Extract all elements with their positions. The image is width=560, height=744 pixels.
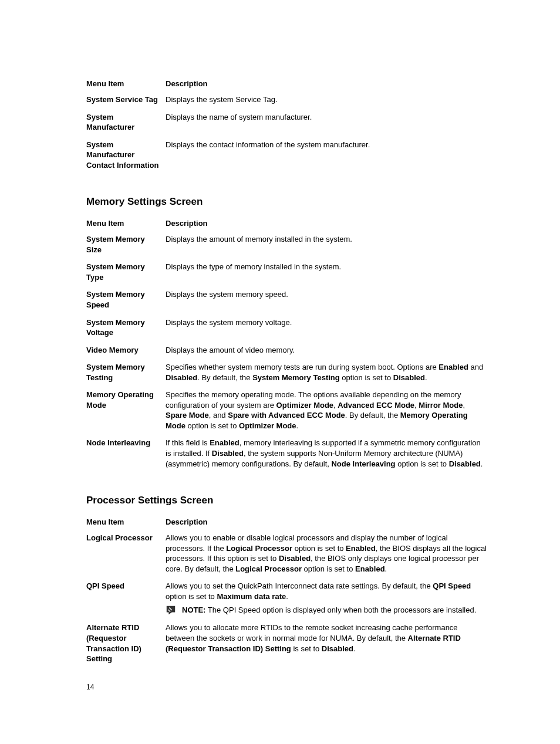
menu-item-description: Displays the contact information of the …: [166, 136, 492, 174]
menu-item-label: System Memory Speed: [86, 286, 166, 313]
menu-item-description: Displays the type of memory installed in…: [166, 258, 492, 286]
table-row: Logical ProcessorAllows you to enable or…: [86, 529, 492, 577]
menu-item-label: System Service Tag: [86, 91, 166, 109]
menu-item-description: Displays the system memory voltage.: [166, 314, 492, 341]
table-row: System ManufacturerDisplays the name of …: [86, 109, 492, 136]
menu-item-label: QPI Speed: [86, 577, 166, 619]
menu-item-description: Specifies the memory operating mode. The…: [166, 386, 492, 434]
menu-item-description: Allows you to set the QuickPath Intercon…: [166, 577, 492, 619]
menu-item-label: System Manufacturer: [86, 109, 166, 136]
system-info-table: Menu Item Description System Service Tag…: [86, 76, 492, 174]
table-row: System Manufacturer Contact InformationD…: [86, 136, 492, 174]
menu-item-label: System Memory Voltage: [86, 314, 166, 341]
column-header-description: Description: [166, 216, 492, 231]
svg-marker-0: [167, 606, 175, 614]
table-row: Node InterleavingIf this field is Enable…: [86, 434, 492, 472]
menu-item-description: Allows you to enable or disable logical …: [166, 529, 492, 577]
table-row: Memory Operating ModeSpecifies the memor…: [86, 386, 492, 434]
menu-item-label: Video Memory: [86, 341, 166, 359]
menu-item-label: Alternate RTID (Requestor Transaction ID…: [86, 619, 166, 667]
memory-settings-heading: Memory Settings Screen: [86, 196, 492, 208]
menu-item-label: System Memory Type: [86, 258, 166, 286]
table-row: System Memory TestingSpecifies whether s…: [86, 359, 492, 386]
menu-item-label: System Manufacturer Contact Information: [86, 136, 166, 174]
table-row: QPI SpeedAllows you to set the QuickPath…: [86, 577, 492, 619]
menu-item-label: Node Interleaving: [86, 434, 166, 472]
column-header-menu: Menu Item: [86, 76, 166, 91]
page-number: 14: [86, 683, 94, 691]
menu-item-label: System Memory Size: [86, 231, 166, 258]
column-header-menu: Menu Item: [86, 216, 166, 231]
column-header-menu: Menu Item: [86, 515, 166, 529]
processor-settings-table: Menu Item Description Logical ProcessorA…: [86, 515, 492, 667]
note-text: NOTE: The QPI Speed option is displayed …: [182, 605, 487, 616]
menu-item-label: System Memory Testing: [86, 359, 166, 386]
table-row: System Service TagDisplays the system Se…: [86, 91, 492, 109]
menu-item-description: Displays the name of system manufacturer…: [166, 109, 492, 136]
table-row: System Memory SizeDisplays the amount of…: [86, 231, 492, 258]
column-header-description: Description: [166, 515, 492, 529]
note-icon: [166, 605, 176, 616]
menu-item-description: Specifies whether system memory tests ar…: [166, 359, 492, 386]
menu-item-description: Displays the amount of video memory.: [166, 341, 492, 359]
menu-item-label: Logical Processor: [86, 529, 166, 577]
menu-item-description: Allows you to allocate more RTIDs to the…: [166, 619, 492, 667]
column-header-description: Description: [166, 76, 492, 91]
table-row: Alternate RTID (Requestor Transaction ID…: [86, 619, 492, 667]
menu-item-description: If this field is Enabled, memory interle…: [166, 434, 492, 472]
menu-item-description: Displays the amount of memory installed …: [166, 231, 492, 258]
menu-item-description: Displays the system Service Tag.: [166, 91, 492, 109]
menu-item-description: Displays the system memory speed.: [166, 286, 492, 313]
table-row: System Memory TypeDisplays the type of m…: [86, 258, 492, 286]
memory-settings-table: Menu Item Description System Memory Size…: [86, 216, 492, 472]
processor-settings-heading: Processor Settings Screen: [86, 495, 492, 506]
table-row: Video MemoryDisplays the amount of video…: [86, 341, 492, 359]
table-row: System Memory SpeedDisplays the system m…: [86, 286, 492, 313]
menu-item-label: Memory Operating Mode: [86, 386, 166, 434]
table-row: System Memory VoltageDisplays the system…: [86, 314, 492, 341]
